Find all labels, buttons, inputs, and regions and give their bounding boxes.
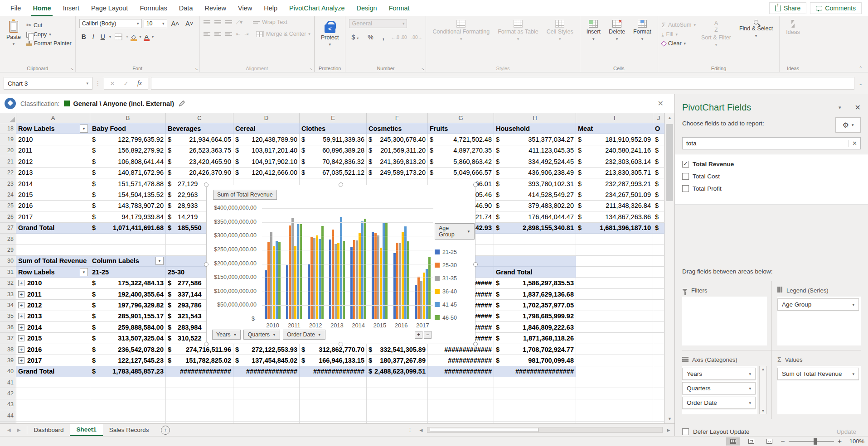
values-area[interactable]: ΣValues Sum of Total Revenue▾	[771, 350, 861, 419]
cell[interactable]	[428, 410, 494, 421]
insert-cells-button[interactable]: Insert▾	[584, 19, 603, 65]
sheet-tab-sheet1[interactable]: Sheet1	[70, 424, 102, 436]
menu-tab-file[interactable]: File	[5, 0, 27, 16]
cell[interactable]: +2013	[16, 311, 90, 322]
bar-46-50-2017[interactable]	[428, 257, 431, 319]
menu-tab-home[interactable]: Home	[27, 0, 57, 16]
field-item-total-profit[interactable]: Total Profit	[682, 182, 868, 195]
cell[interactable]: $156,892,279.92	[90, 145, 166, 156]
cell[interactable]: $140,871,672.96	[90, 168, 166, 178]
cell[interactable]: $411,123,045.35	[494, 145, 576, 156]
cell[interactable]	[576, 311, 653, 322]
row-header-34[interactable]: 34	[0, 300, 16, 311]
field-item-total-revenue[interactable]: Total Revenue	[682, 158, 868, 170]
bar-41-45-2015[interactable]	[383, 223, 385, 319]
row-header-35[interactable]: 35	[0, 311, 16, 322]
cell[interactable]	[494, 377, 576, 388]
cell[interactable]	[428, 377, 494, 388]
cell[interactable]: $1,783,485,857.23	[90, 366, 166, 377]
shrink-font-button[interactable]: A˅	[183, 19, 196, 28]
bar-41-45-2017[interactable]	[426, 269, 428, 319]
cell[interactable]	[16, 410, 90, 421]
cell[interactable]: $197,796,329.82	[90, 300, 166, 311]
cell[interactable]: $104,917,902.10	[233, 156, 300, 167]
cell[interactable]	[90, 410, 166, 421]
page-layout-view-button[interactable]	[744, 437, 758, 446]
column-header-C[interactable]: C	[166, 113, 233, 123]
cancel-formula-icon[interactable]: ✕	[106, 80, 119, 87]
cell[interactable]	[16, 234, 90, 245]
format-cells-button[interactable]: Format▾	[630, 19, 654, 65]
row-header-31[interactable]: 31	[0, 267, 16, 278]
cell[interactable]	[653, 322, 664, 333]
cell[interactable]	[576, 399, 653, 410]
cell[interactable]: $122,799,635.92	[90, 134, 166, 145]
cell[interactable]	[576, 355, 653, 366]
column-header-E[interactable]: E	[300, 113, 367, 123]
cell[interactable]: 2011	[16, 145, 90, 156]
cell[interactable]: ##############	[233, 366, 300, 377]
expand-formula-bar-icon[interactable]: ⌄	[857, 81, 864, 86]
cell[interactable]: $	[653, 156, 664, 167]
cell[interactable]: $	[653, 178, 664, 189]
orientation-button[interactable]: ⟋▾	[236, 19, 242, 25]
cell[interactable]: $232,303,603.14	[576, 156, 653, 167]
bar-31-35-2017[interactable]	[420, 281, 422, 319]
cell[interactable]	[576, 366, 653, 377]
cell[interactable]: O	[653, 123, 664, 134]
fill-color-button[interactable]: ◇	[130, 33, 137, 40]
cell[interactable]	[367, 410, 428, 421]
row-header-20[interactable]: 20	[0, 145, 16, 156]
cell[interactable]	[428, 388, 494, 399]
cell[interactable]: $240,580,241.16	[576, 145, 653, 156]
cell[interactable]: $103,817,201.40	[233, 145, 300, 156]
cell-styles-button[interactable]: Cell Styles▾	[544, 19, 576, 65]
name-box-resizer[interactable]: ⋮	[95, 80, 101, 86]
cell[interactable]: +2012	[16, 300, 90, 311]
cell[interactable]: $143,783,907.20	[90, 201, 166, 211]
field-chip-quarters[interactable]: Quarters▾	[682, 382, 756, 394]
row-header-26[interactable]: 26	[0, 211, 16, 222]
cell[interactable]: $234,267,501.09	[576, 189, 653, 200]
sort-filter-button[interactable]: AZSort & Filter▾	[698, 19, 734, 65]
cell[interactable]	[653, 377, 664, 388]
cell[interactable]: $201,569,311.20	[367, 145, 428, 156]
edit-classification-icon[interactable]	[179, 100, 185, 107]
hscroll-right-icon[interactable]: ▶	[664, 428, 673, 432]
cell[interactable]	[166, 399, 233, 410]
decrease-decimal-button[interactable]: .00→	[412, 35, 422, 40]
values-drop-zone[interactable]: Sum of Total Revenue▾	[777, 366, 861, 414]
align-right-icon[interactable]	[225, 31, 232, 37]
zoom-in-icon[interactable]: +	[838, 437, 842, 446]
axis-field-button-years[interactable]: Years▼	[212, 330, 241, 340]
percent-style-button[interactable]: %	[365, 33, 375, 41]
column-header-J[interactable]: J	[653, 113, 664, 123]
filters-area[interactable]: Filters	[682, 281, 771, 350]
column-header-H[interactable]: H	[494, 113, 576, 123]
cell[interactable]	[494, 256, 576, 267]
cell[interactable]: $192,400,355.64	[90, 289, 166, 300]
cell[interactable]	[494, 410, 576, 421]
axis-field-button-quarters[interactable]: Quarters▼	[243, 330, 280, 340]
row-header-32[interactable]: 32	[0, 278, 16, 288]
cell[interactable]	[494, 234, 576, 245]
cell[interactable]: $180,377,267.89	[367, 355, 428, 366]
font-name-select[interactable]: Calibri (Body)▾	[79, 19, 142, 28]
cell[interactable]	[16, 377, 90, 388]
paste-button[interactable]: Paste▾	[4, 19, 24, 65]
bar-46-50-2015[interactable]	[385, 223, 388, 319]
cell[interactable]	[166, 377, 233, 388]
bar-36-40-2013[interactable]	[337, 243, 339, 319]
row-header-29[interactable]: 29	[0, 245, 16, 255]
cell[interactable]: 2012	[16, 156, 90, 167]
cell[interactable]: $	[653, 223, 664, 234]
cell[interactable]	[300, 410, 367, 421]
vertical-scrollbar[interactable]: ▲ ▼	[664, 113, 674, 423]
zoom-slider[interactable]	[789, 441, 834, 442]
cell[interactable]: $	[653, 168, 664, 178]
scroll-down-icon[interactable]: ▼	[665, 414, 674, 423]
cell[interactable]: $312,862,770.70	[300, 344, 367, 355]
cell[interactable]: $122,127,545.23	[90, 355, 166, 366]
cell[interactable]	[576, 410, 653, 421]
cell[interactable]: Clothes	[300, 123, 367, 134]
